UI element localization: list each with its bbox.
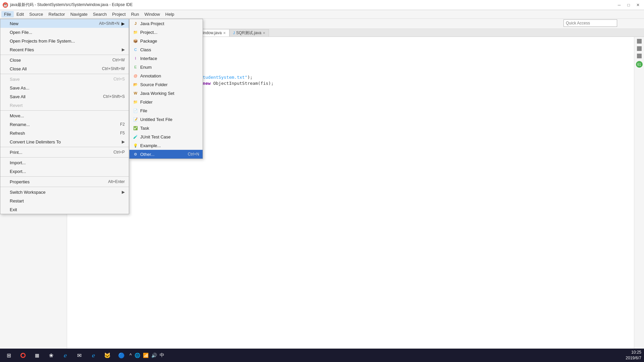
ime-icon[interactable]: 中 bbox=[160, 352, 164, 358]
menu-item-switch-workspace[interactable]: Switch Workspace ▶ bbox=[0, 188, 129, 196]
menu-window[interactable]: Window bbox=[142, 11, 163, 17]
submenu-source-folder[interactable]: 📂 Source Folder bbox=[129, 80, 203, 89]
file-menu-dropdown: New Alt+Shift+N ▶ Open File... Open Proj… bbox=[0, 19, 129, 214]
wifi-icon[interactable]: 📶 bbox=[143, 353, 149, 358]
menu-item-import[interactable]: Import... bbox=[0, 158, 129, 167]
menu-help[interactable]: Help bbox=[163, 11, 177, 17]
submenu-task[interactable]: ✅ Task bbox=[129, 124, 203, 132]
menu-source[interactable]: Source bbox=[26, 11, 46, 17]
window-controls: ─ □ ✕ bbox=[616, 2, 641, 8]
menu-file[interactable]: File bbox=[1, 11, 14, 17]
submenu-interface[interactable]: I Interface bbox=[129, 54, 203, 63]
tab-close-icon-2[interactable]: ✕ bbox=[263, 31, 265, 35]
menu-bar: File Edit Source Refactor Navigate Searc… bbox=[0, 10, 644, 19]
menu-item-close-all[interactable]: Close All Ctrl+Shift+W bbox=[0, 64, 129, 73]
menu-item-refresh[interactable]: Refresh F5 bbox=[0, 129, 129, 137]
quick-access-input[interactable] bbox=[564, 19, 617, 27]
source-folder-icon: 📂 bbox=[133, 82, 138, 87]
convert-arrow-icon: ▶ bbox=[122, 139, 125, 144]
menu-item-open-file[interactable]: Open File... bbox=[0, 28, 129, 37]
menu-item-restart[interactable]: Restart bbox=[0, 196, 129, 205]
app-eclipse[interactable]: 🔵 bbox=[115, 349, 127, 361]
maximize-button[interactable]: □ bbox=[625, 2, 632, 8]
submenu-package[interactable]: 📦 Package bbox=[129, 37, 203, 45]
menu-item-recent-files[interactable]: Recent Files ▶ bbox=[0, 45, 129, 54]
submenu-enum[interactable]: E Enum bbox=[129, 63, 203, 71]
menu-edit[interactable]: Edit bbox=[14, 11, 26, 17]
tab-sqr-java[interactable]: J SQR测试.java ✕ bbox=[229, 29, 269, 37]
menu-item-properties[interactable]: Properties Alt+Enter bbox=[0, 177, 129, 186]
submenu-junit-test[interactable]: 🧪 JUnit Test Case bbox=[129, 132, 203, 141]
submenu-folder[interactable]: 📁 Folder bbox=[129, 98, 203, 106]
network-icon-2[interactable]: 🌐 bbox=[135, 353, 140, 358]
menu-item-revert: Revert bbox=[0, 101, 129, 110]
app-tomcat[interactable]: 🐱 bbox=[101, 349, 113, 361]
project-icon: 📁 bbox=[133, 29, 138, 35]
new-submenu: J Java Project 📁 Project... 📦 Package C … bbox=[129, 19, 203, 159]
interface-icon: I bbox=[133, 56, 138, 61]
submenu-class[interactable]: C Class bbox=[129, 45, 203, 54]
network-icon[interactable]: ^ bbox=[129, 353, 132, 358]
app-mail[interactable]: ✉ bbox=[73, 349, 85, 361]
right-icon-1[interactable] bbox=[637, 39, 642, 44]
submenu-java-working-set[interactable]: W Java Working Set bbox=[129, 89, 203, 98]
submenu-untitled-text[interactable]: 📝 Untitled Text File bbox=[129, 115, 203, 124]
close-button[interactable]: ✕ bbox=[635, 2, 641, 8]
junit-icon: 🧪 bbox=[133, 134, 138, 139]
menu-search[interactable]: Search bbox=[90, 11, 109, 17]
app-winamp[interactable]: ❀ bbox=[45, 349, 57, 361]
menu-item-print[interactable]: Print... Ctrl+P bbox=[0, 148, 129, 157]
menu-item-save-all[interactable]: Save All Ctrl+Shift+S bbox=[0, 92, 129, 101]
menu-item-close[interactable]: Close Ctrl+W bbox=[0, 56, 129, 64]
app-edge[interactable]: ℯ bbox=[59, 349, 71, 361]
menu-item-convert-line[interactable]: Convert Line Delimiters To ▶ bbox=[0, 137, 129, 146]
menu-item-open-projects[interactable]: Open Projects from File System... bbox=[0, 37, 129, 45]
minimize-button[interactable]: ─ bbox=[616, 2, 623, 8]
menu-run[interactable]: Run bbox=[128, 11, 142, 17]
app-icon: ☕ bbox=[3, 2, 8, 8]
task-icon: ✅ bbox=[133, 125, 138, 131]
volume-icon[interactable]: 🔊 bbox=[151, 353, 157, 358]
search-button[interactable]: ⭕ bbox=[17, 349, 29, 361]
submenu-example[interactable]: 💡 Example... bbox=[129, 141, 203, 150]
submenu-annotation[interactable]: @ Annotation bbox=[129, 71, 203, 80]
window-title: java最新代码 - StudentSystem/src/System/wind… bbox=[10, 2, 616, 8]
menu-navigate[interactable]: Navigate bbox=[68, 11, 90, 17]
example-icon: 💡 bbox=[133, 143, 138, 148]
package-icon: 📦 bbox=[133, 38, 138, 44]
quick-access-area bbox=[564, 19, 617, 27]
annotation-icon: @ bbox=[133, 73, 138, 78]
right-sidebar: 61 bbox=[634, 37, 644, 349]
taskbar-clock: 10:25 2019/6/7 bbox=[626, 350, 641, 361]
menu-item-save: Save Ctrl+S bbox=[0, 75, 129, 83]
menu-item-move[interactable]: Move... bbox=[0, 111, 129, 120]
sys-tray: ^ 🌐 📶 🔊 中 bbox=[129, 352, 164, 358]
enum-icon: E bbox=[133, 64, 138, 70]
taskbar: ⊞ ⭕ ▦ ❀ ℯ ✉ ℯ 🐱 🔵 ^ 🌐 📶 🔊 中 10:25 2019/6… bbox=[0, 349, 644, 362]
app-ie[interactable]: ℯ bbox=[87, 349, 99, 361]
menu-item-new[interactable]: New Alt+Shift+N ▶ bbox=[0, 19, 129, 28]
menu-refactor[interactable]: Refactor bbox=[46, 11, 68, 17]
menu-item-rename[interactable]: Rename... F2 bbox=[0, 120, 129, 129]
taskview-button[interactable]: ▦ bbox=[31, 349, 43, 361]
other-icon: ⚙ bbox=[133, 152, 138, 157]
right-icon-3[interactable] bbox=[637, 54, 642, 58]
menu-item-save-as[interactable]: Save As... bbox=[0, 83, 129, 92]
submenu-arrow-icon: ▶ bbox=[121, 21, 125, 26]
right-icon-2[interactable] bbox=[637, 46, 642, 51]
menu-item-export[interactable]: Export... bbox=[0, 167, 129, 176]
java-icon-6: J bbox=[233, 31, 235, 35]
submenu-java-project[interactable]: J Java Project bbox=[129, 19, 203, 28]
java-working-set-icon: W bbox=[133, 90, 138, 96]
tab-close-icon[interactable]: ✕ bbox=[223, 31, 226, 35]
folder-icon: 📁 bbox=[133, 99, 138, 105]
menu-project[interactable]: Project bbox=[109, 11, 128, 17]
submenu-project[interactable]: 📁 Project... bbox=[129, 28, 203, 37]
file-icon: 📄 bbox=[133, 108, 138, 113]
submenu-file[interactable]: 📄 File bbox=[129, 106, 203, 115]
start-button[interactable]: ⊞ bbox=[3, 349, 15, 361]
submenu-other[interactable]: ⚙ Other... Ctrl+N bbox=[129, 150, 203, 159]
clock-date: 2019/6/7 bbox=[626, 355, 641, 361]
menu-item-exit[interactable]: Exit bbox=[0, 205, 129, 214]
recent-arrow-icon: ▶ bbox=[122, 47, 125, 52]
